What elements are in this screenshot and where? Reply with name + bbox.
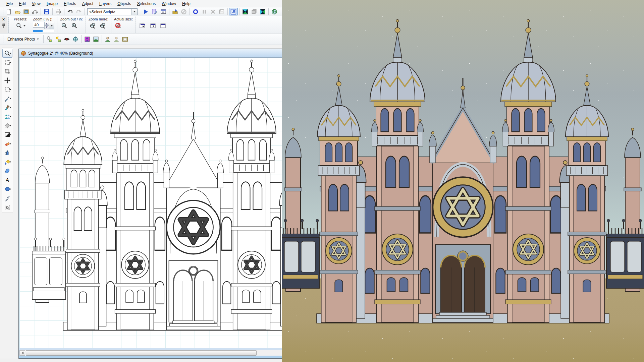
- fit-image-to-window-button[interactable]: [149, 22, 157, 29]
- document-window-bottom-edge[interactable]: [19, 356, 282, 358]
- run-selected-script-button[interactable]: [142, 8, 150, 15]
- menu-window[interactable]: Window: [159, 1, 179, 7]
- menu-edit[interactable]: Edit: [16, 1, 29, 7]
- automatic-contrast-button[interactable]: [92, 35, 100, 43]
- redo-button[interactable]: [74, 8, 83, 15]
- zoom-slider-dropdown-button[interactable]: [49, 22, 54, 29]
- print-button[interactable]: [54, 8, 63, 15]
- fit-window-to-image-button[interactable]: [139, 22, 147, 29]
- tool-options-palette: × Presets: Zoom ( % ): 40: [0, 16, 282, 34]
- toolbar-grip[interactable]: [2, 8, 3, 15]
- edit-script-button[interactable]: [150, 8, 159, 15]
- enhance-photo-button[interactable]: Enhance Photo: [4, 35, 42, 43]
- undo-button[interactable]: [66, 8, 74, 15]
- zoom-out-button[interactable]: [60, 22, 69, 29]
- open-button[interactable]: [13, 8, 22, 15]
- picture-tube-tool-icon: [4, 168, 11, 174]
- full-window-button[interactable]: [159, 22, 167, 29]
- save-button[interactable]: [42, 8, 51, 15]
- gif-optimizer-button[interactable]: [250, 8, 258, 15]
- zoom-out-more-button[interactable]: [89, 22, 97, 29]
- tool-dropper[interactable]: [2, 94, 12, 103]
- tool-eraser[interactable]: [2, 139, 12, 148]
- menu-image[interactable]: Image: [44, 1, 61, 7]
- new-document-button[interactable]: [4, 8, 13, 15]
- fill-flash-button[interactable]: [54, 35, 62, 43]
- menu-view[interactable]: View: [29, 1, 44, 7]
- cancel-script-recording-button[interactable]: [209, 8, 217, 15]
- pin-palette-button[interactable]: [2, 23, 6, 28]
- menu-adjust[interactable]: Adjust: [79, 1, 96, 7]
- zoom-percent-input[interactable]: 40: [33, 22, 44, 28]
- scroll-left-button[interactable]: [19, 350, 25, 356]
- zoom-in-button[interactable]: [70, 22, 79, 29]
- close-palette-button[interactable]: ×: [2, 17, 5, 21]
- tool-crop[interactable]: [2, 67, 12, 76]
- png-optimizer-button[interactable]: [258, 8, 267, 15]
- tool-object-selector[interactable]: [2, 203, 12, 212]
- new-page-icon: [5, 8, 12, 15]
- palette-handle-column: ×: [0, 16, 7, 33]
- jpeg-optimizer-button[interactable]: [241, 8, 250, 15]
- browse-button[interactable]: [22, 8, 31, 15]
- twain-acquire-button[interactable]: [31, 8, 39, 15]
- menu-selections[interactable]: Selections: [134, 1, 159, 7]
- horizontal-scrollbar[interactable]: [19, 350, 282, 356]
- tool-selection[interactable]: [2, 85, 12, 94]
- canvas[interactable]: [19, 58, 282, 348]
- tool-text[interactable]: A: [2, 176, 12, 184]
- menu-effects[interactable]: Effects: [61, 1, 79, 7]
- cancel-script-button[interactable]: [179, 8, 188, 15]
- zoom-out-in-section: Zoom out / in:: [57, 16, 86, 33]
- combobox-dropdown-button[interactable]: [131, 9, 137, 15]
- chevron-down-icon: [37, 39, 39, 41]
- browser-preview-button[interactable]: [270, 8, 279, 15]
- automatic-color-balance-button[interactable]: [83, 35, 92, 43]
- presets-dropdown-button[interactable]: [14, 22, 27, 29]
- menu-objects[interactable]: Objects: [114, 1, 134, 7]
- tool-picture-tube[interactable]: [2, 167, 12, 175]
- tool-preset-shape[interactable]: [2, 185, 12, 193]
- tool-flood-fill[interactable]: [2, 158, 12, 166]
- toolbar-separator: [64, 8, 64, 15]
- tool-dodge[interactable]: [2, 121, 12, 130]
- document-title-bar[interactable]: Synagogue 2* @ 40% (Background): [19, 49, 282, 58]
- start-script-recording-button[interactable]: [191, 8, 200, 15]
- actual-size-button[interactable]: [114, 22, 123, 29]
- menu-layers[interactable]: Layers: [96, 1, 114, 7]
- flyout-arrow-icon: [10, 98, 12, 100]
- lens-correction-button[interactable]: [71, 35, 80, 43]
- backlighting-button[interactable]: [45, 35, 54, 43]
- tool-airbrush[interactable]: [2, 148, 12, 157]
- red-eye-removal-button[interactable]: [62, 35, 71, 43]
- tool-pen[interactable]: [2, 194, 12, 202]
- tool-clone[interactable]: [2, 112, 12, 121]
- scrollbar-thumb[interactable]: [26, 350, 257, 356]
- select-script-combobox[interactable]: <Select Script>: [87, 8, 138, 15]
- toolbar-separator: [169, 8, 169, 15]
- tool-lighten-darken[interactable]: [2, 130, 12, 139]
- script-output-toggle-button[interactable]: [159, 8, 168, 15]
- run-script-button[interactable]: [171, 8, 179, 15]
- toolbar-grip[interactable]: [2, 35, 3, 43]
- automatic-saturation-button[interactable]: [103, 35, 112, 43]
- spin-down-button[interactable]: [44, 25, 49, 29]
- zoom-in-more-button[interactable]: [99, 22, 107, 29]
- save-gray-icon: [218, 8, 225, 15]
- zoom-spin-buttons[interactable]: [44, 22, 49, 29]
- pause-script-recording-button[interactable]: [200, 8, 209, 15]
- fade-correction-button[interactable]: [121, 35, 129, 43]
- clarify-button[interactable]: [112, 35, 121, 43]
- save-script-recording-button[interactable]: [217, 8, 226, 15]
- menu-file[interactable]: File: [3, 1, 16, 7]
- toolbar-grip[interactable]: [8, 17, 10, 33]
- tool-zoom[interactable]: [2, 49, 12, 58]
- zoom-level-fill: [33, 30, 43, 32]
- tool-move[interactable]: [2, 76, 12, 85]
- spin-up-button[interactable]: [44, 22, 49, 25]
- tool-paint-brush[interactable]: [2, 103, 12, 112]
- image-slicer-button[interactable]: [229, 8, 238, 15]
- tool-pick[interactable]: [2, 58, 12, 67]
- jpeg-optimizer-icon: [242, 8, 249, 15]
- menu-help[interactable]: Help: [179, 1, 194, 7]
